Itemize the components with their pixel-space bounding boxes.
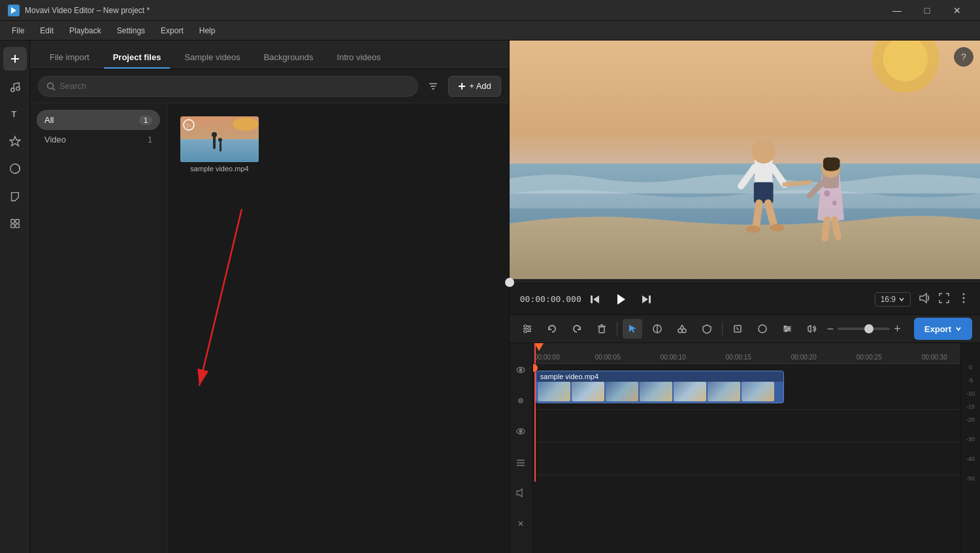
- sidebar-transitions[interactable]: [3, 157, 27, 180]
- help-button[interactable]: ?: [954, 47, 973, 67]
- video-track-visibility[interactable]: [516, 365, 525, 377]
- timeline-tracks: 00:00:00 00:00:05 00:00:10 00:00:15 00:0…: [533, 343, 960, 553]
- menu-item-settings[interactable]: Settings: [110, 24, 152, 38]
- aspect-ratio-button[interactable]: 16:9: [875, 292, 911, 307]
- select-tool-button[interactable]: [623, 319, 642, 339]
- svg-line-72: [736, 327, 739, 330]
- search-box[interactable]: [38, 76, 418, 97]
- fullscreen-button[interactable]: [938, 292, 950, 307]
- svg-marker-51: [920, 293, 926, 303]
- audio-track-add[interactable]: [516, 458, 525, 469]
- sidebar-ai[interactable]: [3, 212, 27, 235]
- video-clip[interactable]: sample video.mp4: [536, 371, 784, 403]
- svg-rect-61: [599, 327, 604, 333]
- sidebar-effects[interactable]: [3, 129, 27, 153]
- svg-point-22: [212, 132, 217, 137]
- title-text: Movavi Video Editor – New project *: [25, 6, 150, 15]
- color-button[interactable]: [777, 319, 797, 339]
- menu-item-edit[interactable]: Edit: [33, 24, 60, 38]
- media-thumbnail: ▷: [180, 116, 259, 162]
- audio-fx-button[interactable]: [802, 319, 822, 339]
- ripple-tool-button[interactable]: [647, 319, 667, 339]
- tab-backgrounds[interactable]: Backgrounds: [255, 47, 323, 69]
- filter-sort-button[interactable]: [423, 76, 443, 96]
- audio-track-row: [533, 410, 960, 443]
- svg-point-38: [824, 190, 830, 196]
- zoom-slider-thumb[interactable]: [864, 324, 874, 333]
- tab-sample-videos[interactable]: Sample videos: [175, 47, 249, 69]
- zoom-slider[interactable]: [838, 327, 890, 330]
- svg-rect-30: [754, 182, 774, 203]
- menu-item-playback[interactable]: Playback: [63, 24, 108, 38]
- shield-button[interactable]: [697, 319, 717, 339]
- playhead-triangle-icon: [534, 343, 544, 352]
- svg-point-54: [963, 301, 965, 303]
- fullscreen-icon: [938, 292, 950, 304]
- ruler-mark-25: 00:00:25: [857, 354, 882, 361]
- svg-marker-48: [617, 294, 625, 305]
- redo-button[interactable]: [567, 319, 587, 339]
- skip-forward-button[interactable]: [640, 293, 652, 305]
- sidebar-title[interactable]: T: [3, 102, 27, 126]
- svg-marker-50: [642, 295, 648, 303]
- menu-item-help[interactable]: Help: [193, 24, 222, 38]
- svg-line-34: [756, 203, 759, 227]
- menu-item-export[interactable]: Export: [154, 24, 190, 38]
- ruler-mark-15: 00:00:15: [726, 354, 751, 361]
- export-button[interactable]: Export: [914, 318, 972, 340]
- filter-panel: All 1 Video 1: [30, 103, 167, 553]
- filter-all-count: 1: [139, 116, 152, 125]
- sidebar-sticker[interactable]: [3, 184, 27, 208]
- media-filename: sample video.mp4: [180, 165, 259, 173]
- tracks-area: sample video.mp4: [533, 364, 960, 482]
- video-clip-label: sample video.mp4: [536, 371, 783, 382]
- cut-button[interactable]: [672, 319, 692, 339]
- maximize-button[interactable]: □: [912, 0, 942, 21]
- play-button[interactable]: [609, 288, 632, 311]
- video-track-link[interactable]: [516, 396, 525, 407]
- svg-point-67: [678, 329, 682, 333]
- svg-point-36: [745, 226, 760, 233]
- menu-item-file[interactable]: File: [5, 24, 31, 38]
- list-item[interactable]: ▷ sample video.mp4: [180, 116, 259, 173]
- svg-point-52: [963, 293, 965, 295]
- skip-forward-icon: [640, 293, 652, 305]
- audio-mute[interactable]: [516, 488, 525, 499]
- sidebar-music[interactable]: [3, 75, 27, 98]
- add-button[interactable]: + Add: [448, 76, 501, 97]
- undo-button[interactable]: [542, 319, 562, 339]
- svg-line-70: [682, 325, 684, 329]
- search-icon: [46, 82, 56, 91]
- minimize-button[interactable]: —: [882, 0, 912, 21]
- svg-rect-46: [591, 295, 593, 303]
- filter-video-item[interactable]: Video 1: [37, 130, 160, 149]
- export-chevron-icon: [955, 326, 962, 332]
- progress-indicator[interactable]: [505, 278, 514, 287]
- zoom-out-button[interactable]: −: [827, 322, 834, 336]
- vu-10: -10: [966, 390, 975, 397]
- search-input[interactable]: [59, 81, 410, 91]
- zoom-in-button[interactable]: +: [894, 322, 901, 336]
- crop-button[interactable]: [728, 319, 747, 339]
- delete-button[interactable]: [592, 319, 612, 339]
- audio-track-add-2[interactable]: [516, 519, 525, 530]
- volume-button[interactable]: [919, 292, 930, 307]
- sidebar-add-media[interactable]: [3, 47, 27, 71]
- circle-button[interactable]: [753, 319, 772, 339]
- audio-track-visibility[interactable]: [516, 427, 525, 438]
- progress-bar[interactable]: [510, 279, 980, 283]
- skip-back-button[interactable]: [589, 293, 601, 305]
- filter-all-button[interactable]: All 1: [37, 110, 160, 130]
- tab-intro-videos[interactable]: Intro videos: [328, 47, 390, 69]
- svg-point-84: [519, 430, 522, 433]
- chevron-down-icon: [898, 296, 905, 303]
- circle-icon: [757, 324, 768, 334]
- vu-30: -30: [966, 436, 975, 443]
- more-options-button[interactable]: [958, 292, 970, 307]
- timeline-settings-button[interactable]: [517, 319, 537, 339]
- tab-file-import[interactable]: File import: [41, 47, 99, 69]
- close-button[interactable]: ✕: [942, 0, 972, 21]
- frame-6: [708, 382, 740, 401]
- svg-point-20: [233, 118, 259, 131]
- tab-project-files[interactable]: Project files: [104, 47, 171, 69]
